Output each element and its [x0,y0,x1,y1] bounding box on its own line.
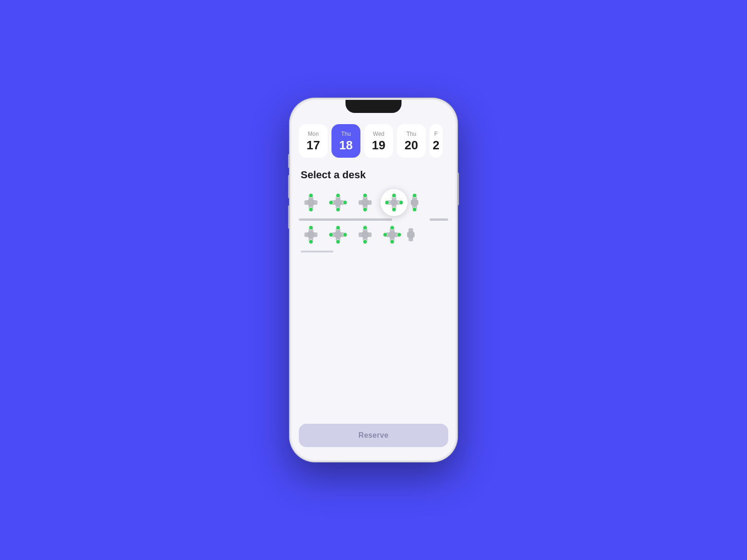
power-button[interactable] [458,173,459,205]
desk-8[interactable] [353,223,377,247]
reserve-button[interactable]: Reserve [299,424,448,447]
volume-up-button[interactable] [288,175,289,198]
desk-label [299,251,448,252]
desk-4-selected[interactable] [380,189,408,217]
day-label-mon17: Mon [308,131,318,137]
divider-row [299,218,448,221]
desk-5-partial[interactable] [411,190,418,215]
day-label-wed19: Wed [373,131,384,137]
desk-1[interactable] [299,190,323,215]
day-label-thu18: Thu [341,131,351,137]
desk-row-2 [299,223,448,247]
desk-map [291,185,456,418]
divider-bar-left [299,218,392,221]
date-partial[interactable]: F 2 [430,124,443,158]
desk-row-1 [299,189,448,217]
desk-3[interactable] [353,190,377,215]
day-num-thu20: 20 [405,139,418,151]
reserve-container: Reserve [291,418,456,460]
desk-6[interactable] [299,223,323,247]
phone-frame: Mon 17 Thu 18 Wed 19 Thu 20 F [289,98,458,462]
phone-screen: Mon 17 Thu 18 Wed 19 Thu 20 F [291,100,456,460]
day-label-partial: F [434,131,437,137]
desk-9[interactable] [380,223,404,247]
desk-7[interactable] [326,223,350,247]
volume-down-button[interactable] [288,205,289,229]
date-thu-18[interactable]: Thu 18 [331,124,360,158]
screen-content: Mon 17 Thu 18 Wed 19 Thu 20 F [291,100,456,460]
date-mon-17[interactable]: Mon 17 [299,124,328,158]
desk-2[interactable] [326,190,350,215]
date-picker: Mon 17 Thu 18 Wed 19 Thu 20 F [291,119,456,161]
day-num-thu18: 18 [339,139,353,151]
day-num-wed19: 19 [372,139,386,151]
day-num-partial: 2 [433,139,439,151]
notch [345,100,402,113]
day-label-thu20: Thu [407,131,416,137]
day-num-mon17: 17 [307,139,320,151]
date-wed-19[interactable]: Wed 19 [364,124,393,158]
divider-bar-right [430,218,448,221]
volume-mute-button[interactable] [288,154,289,168]
date-thu-20[interactable]: Thu 20 [397,124,426,158]
desk-10-partial[interactable] [407,223,415,247]
section-title: Select a desk [291,161,456,185]
